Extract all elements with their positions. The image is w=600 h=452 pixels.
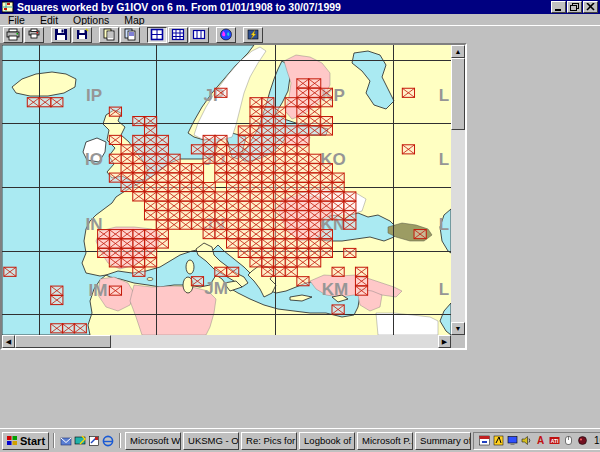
arrow-right-icon: ▶	[442, 338, 447, 345]
save-as-button[interactable]	[72, 27, 92, 43]
svg-text:A: A	[536, 435, 543, 446]
map-canvas[interactable]: IPJPKPLIOJOKOLINJNKNLIMJMKML	[2, 45, 451, 335]
svg-text:IM: IM	[89, 281, 108, 300]
horizontal-scroll-thumb[interactable]	[15, 335, 111, 348]
svg-text:IP: IP	[86, 86, 102, 105]
windows-logo-icon	[6, 435, 18, 446]
copy-map-button[interactable]	[120, 27, 140, 43]
arrow-up-icon: ▲	[455, 48, 462, 55]
desktop: Squares worked by G1IOV on 6 m. From 01/…	[0, 0, 600, 452]
task-button-uksmg[interactable]: UKSMG - O...	[183, 432, 239, 450]
app-icon	[2, 1, 14, 13]
svg-text:JM: JM	[204, 279, 228, 298]
taskbar-separator	[119, 433, 121, 448]
window-title: Squares worked by G1IOV on 6 m. From 01/…	[17, 1, 341, 13]
map-squares-view-button[interactable]	[147, 27, 167, 43]
globe-icon	[219, 28, 233, 41]
task-button-re-pics[interactable]: Re: Pics for ...	[241, 432, 297, 450]
locator-icon	[246, 28, 260, 41]
task-button-label: Logbook of ...	[304, 435, 355, 446]
grid-dense-icon	[171, 28, 185, 41]
internet-explorer-icon[interactable]	[102, 434, 114, 448]
scroll-right-button[interactable]: ▶	[438, 335, 451, 348]
restore-icon	[570, 3, 579, 11]
window-titlebar[interactable]: Squares worked by G1IOV on 6 m. From 01/…	[0, 0, 600, 14]
save-as-icon	[75, 28, 89, 41]
grid-wide-icon	[192, 28, 206, 41]
start-button[interactable]: Start	[2, 432, 49, 450]
minimize-button[interactable]	[551, 1, 566, 13]
save-button[interactable]	[51, 27, 71, 43]
scheduler-icon[interactable]	[478, 435, 490, 447]
menu-file[interactable]: File	[8, 14, 25, 26]
start-label: Start	[20, 435, 45, 447]
menubar: File Edit Options Map	[0, 14, 600, 25]
restore-button[interactable]	[567, 1, 582, 13]
arrow-down-icon: ▼	[455, 325, 462, 332]
printer-setup-icon	[27, 28, 41, 41]
scroll-left-button[interactable]: ◀	[2, 335, 15, 348]
close-button[interactable]	[583, 1, 598, 13]
task-button-label: Microsoft W...	[130, 435, 181, 446]
task-button-logbook[interactable]: Logbook of ...	[299, 432, 355, 450]
volume-icon[interactable]	[520, 435, 532, 447]
task-button-microsoft-word[interactable]: W Microsoft W...	[125, 432, 181, 450]
taskbar: Start W Microsoft W... UKSMG - O... Re: …	[0, 428, 600, 452]
map-grid-dense-button[interactable]	[168, 27, 188, 43]
minimize-icon	[554, 3, 563, 11]
task-button-label: UKSMG - O...	[188, 435, 239, 446]
close-icon	[586, 3, 595, 11]
taskbar-clock[interactable]: 16:55	[594, 435, 600, 446]
mouse-icon[interactable]	[562, 435, 574, 447]
display-icon[interactable]	[506, 435, 518, 447]
scroll-up-button[interactable]: ▲	[451, 45, 465, 58]
menu-map[interactable]: Map	[124, 14, 144, 26]
channels-icon[interactable]	[88, 434, 100, 448]
print-button[interactable]	[3, 27, 23, 43]
svg-text:L: L	[439, 280, 449, 299]
toolbar	[0, 25, 600, 43]
svg-text:L: L	[439, 215, 449, 234]
task-button-microsoft-p[interactable]: P Microsoft P...	[357, 432, 413, 450]
save-icon	[54, 28, 68, 41]
svg-text:KM: KM	[322, 280, 348, 299]
task-button-label: Re: Pics for ...	[246, 435, 297, 446]
menu-edit[interactable]: Edit	[40, 14, 58, 26]
map-squares-icon	[150, 28, 164, 41]
map-horizontal-scrollbar[interactable]: ◀ ▶	[2, 335, 451, 348]
scrollbar-corner	[451, 335, 465, 348]
copy-button[interactable]	[99, 27, 119, 43]
print-setup-button[interactable]	[24, 27, 44, 43]
outlook-express-icon[interactable]	[60, 434, 72, 448]
svg-text:L: L	[439, 86, 449, 105]
modem-icon[interactable]	[576, 435, 588, 447]
antivirus-icon[interactable]	[492, 435, 504, 447]
avg-icon[interactable]: A	[534, 435, 546, 447]
menu-options[interactable]: Options	[73, 14, 109, 26]
task-button-label: Microsoft P...	[362, 435, 413, 446]
scroll-down-button[interactable]: ▼	[451, 322, 465, 335]
app-client-area: IPJPKPLIOJOKOLINJNKNLIMJMKML ▲ ▼ ◀ ▶	[0, 43, 600, 428]
map-grid-wide-button[interactable]	[189, 27, 209, 43]
task-button-label: Summary of...	[420, 435, 471, 446]
map-window: IPJPKPLIOJOKOLINJNKNLIMJMKML ▲ ▼ ◀ ▶	[0, 43, 467, 350]
locator-tool-button[interactable]	[243, 27, 263, 43]
system-tray: A ATI 16:55	[473, 432, 600, 450]
task-button-summary[interactable]: Summary of...	[415, 432, 471, 450]
world-view-button[interactable]	[216, 27, 236, 43]
svg-text:ATI: ATI	[550, 438, 558, 444]
printer-icon	[6, 28, 20, 41]
copy-icon	[102, 28, 116, 41]
show-desktop-icon[interactable]	[74, 434, 86, 448]
svg-text:L: L	[439, 150, 449, 169]
svg-text:IO: IO	[85, 150, 103, 169]
arrow-left-icon: ◀	[6, 338, 11, 345]
map-vertical-scrollbar[interactable]: ▲ ▼	[451, 45, 465, 335]
copy-map-icon	[123, 28, 137, 41]
vertical-scroll-thumb[interactable]	[451, 58, 465, 130]
ati-icon[interactable]: ATI	[548, 435, 560, 447]
taskbar-separator	[53, 433, 55, 448]
